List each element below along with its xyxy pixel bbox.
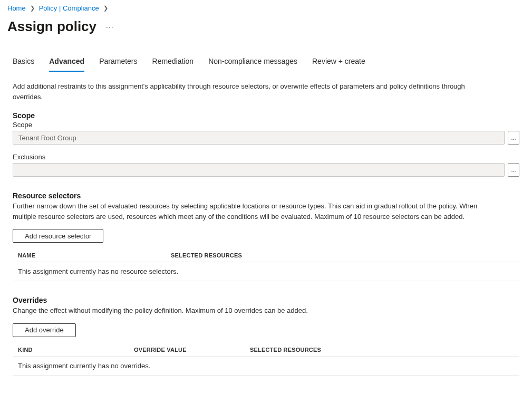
overrides-section: Overrides Change the effect without modi…: [13, 296, 519, 376]
resource-selectors-section: Resource selectors Further narrow down t…: [13, 191, 519, 281]
tab-review-create[interactable]: Review + create: [312, 54, 365, 72]
table-header: KIND OVERRIDE VALUE SELECTED RESOURCES: [13, 343, 519, 357]
overrides-table: KIND OVERRIDE VALUE SELECTED RESOURCES T…: [13, 343, 519, 376]
scope-label: Scope: [13, 121, 519, 129]
column-kind: KIND: [18, 347, 134, 353]
breadcrumb-home[interactable]: Home: [7, 4, 26, 12]
page-header: Assign policy ···: [0, 16, 532, 42]
exclusions-input[interactable]: [13, 163, 505, 177]
scope-section: Scope Scope ... Exclusions ...: [13, 111, 519, 177]
content-area: Add additional restraints to this assign…: [0, 72, 532, 385]
intro-text: Add additional restraints to this assign…: [13, 81, 487, 102]
breadcrumb: Home ❯ Policy | Compliance ❯: [0, 0, 532, 16]
resource-selectors-desc: Further narrow down the set of evaluated…: [13, 201, 487, 222]
scope-picker-button[interactable]: ...: [508, 131, 519, 145]
tab-remediation[interactable]: Remediation: [152, 54, 194, 72]
tab-basics[interactable]: Basics: [13, 54, 34, 72]
add-override-button[interactable]: Add override: [13, 323, 76, 337]
tab-bar: Basics Advanced Parameters Remediation N…: [0, 42, 532, 72]
column-selected-resources: SELECTED RESOURCES: [250, 347, 514, 353]
overrides-heading: Overrides: [13, 296, 519, 304]
resource-selectors-table: NAME SELECTED RESOURCES This assignment …: [13, 249, 519, 281]
scope-input[interactable]: [13, 131, 505, 145]
ellipsis-icon: ...: [511, 135, 516, 141]
table-header: NAME SELECTED RESOURCES: [13, 249, 519, 262]
column-selected-resources: SELECTED RESOURCES: [171, 252, 514, 258]
chevron-right-icon: ❯: [30, 5, 35, 12]
tab-non-compliance[interactable]: Non-compliance messages: [208, 54, 297, 72]
add-resource-selector-button[interactable]: Add resource selector: [13, 229, 103, 243]
scope-heading: Scope: [13, 111, 519, 120]
tab-advanced[interactable]: Advanced: [49, 54, 84, 72]
overrides-empty: This assignment currently has no overrid…: [13, 357, 519, 376]
resource-selectors-empty: This assignment currently has no resourc…: [13, 262, 519, 281]
exclusions-label: Exclusions: [13, 153, 519, 161]
breadcrumb-policy-compliance[interactable]: Policy | Compliance: [39, 4, 99, 12]
overrides-desc: Change the effect without modifying the …: [13, 305, 487, 316]
page-title: Assign policy: [7, 18, 96, 35]
chevron-right-icon: ❯: [103, 5, 108, 12]
more-horizontal-icon[interactable]: ···: [106, 23, 114, 31]
exclusions-picker-button[interactable]: ...: [508, 163, 519, 177]
column-override-value: OVERRIDE VALUE: [134, 347, 250, 353]
column-name: NAME: [18, 252, 171, 258]
ellipsis-icon: ...: [511, 167, 516, 173]
tab-parameters[interactable]: Parameters: [99, 54, 137, 72]
resource-selectors-heading: Resource selectors: [13, 191, 519, 200]
